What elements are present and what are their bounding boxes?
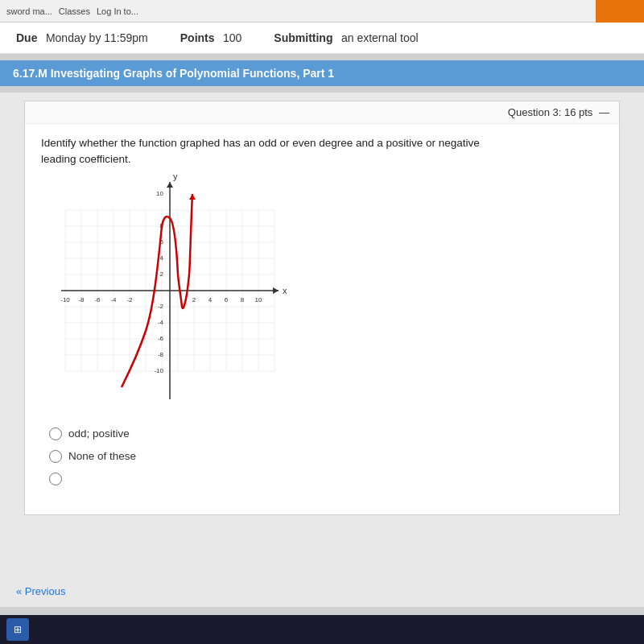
curve-arrow bbox=[189, 194, 196, 200]
y-tick-4: 4 bbox=[160, 254, 164, 262]
y-tick-2: 2 bbox=[160, 270, 164, 278]
radio-partial[interactable] bbox=[49, 473, 62, 485]
x-tick--10: -10 bbox=[60, 296, 70, 303]
y-axis-arrow bbox=[167, 182, 173, 188]
answer-options: odd; positive None of these bbox=[41, 419, 603, 503]
x-tick-8: 8 bbox=[241, 296, 245, 303]
y-tick--6: -6 bbox=[158, 335, 164, 342]
option-odd-positive[interactable]: odd; positive bbox=[49, 427, 595, 440]
radio-none-of-these[interactable] bbox=[49, 450, 62, 463]
submitting-value: an external tool bbox=[341, 31, 419, 44]
question-body: Identify whether the function graphed ha… bbox=[25, 124, 619, 514]
x-tick--6: -6 bbox=[94, 296, 101, 303]
x-tick--8: -8 bbox=[78, 296, 85, 303]
question-card: Question 3: 16 pts — Identify whether th… bbox=[24, 101, 620, 515]
due-value: Monday by 11:59pm bbox=[46, 31, 148, 44]
radio-odd-positive[interactable] bbox=[49, 427, 62, 440]
y-tick--10: -10 bbox=[154, 367, 163, 374]
x-axis-arrow bbox=[273, 287, 279, 294]
taskbar: ⊞ bbox=[0, 615, 644, 644]
graph-area: x y -10 -8 -6 -4 -2 2 4 6 8 10 10 8 bbox=[57, 178, 283, 403]
option-none-of-these-label: None of these bbox=[68, 450, 136, 462]
question-text: Identify whether the function graphed ha… bbox=[41, 135, 603, 168]
option-none-of-these[interactable]: None of these bbox=[49, 450, 595, 463]
points-label: Points bbox=[180, 31, 215, 44]
orange-accent-bar bbox=[596, 0, 644, 23]
option-partial[interactable] bbox=[49, 473, 595, 485]
y-tick--8: -8 bbox=[158, 351, 164, 358]
points-value: 100 bbox=[223, 31, 242, 44]
x-label: x bbox=[283, 286, 287, 295]
submitting-label: Submitting bbox=[274, 31, 332, 44]
section-title: 6.17.M Investigating Graphs of Polynomia… bbox=[0, 60, 644, 86]
x-tick-4: 4 bbox=[208, 296, 213, 303]
y-tick--2: -2 bbox=[158, 303, 164, 310]
y-tick-10: 10 bbox=[156, 190, 163, 197]
x-tick-6: 6 bbox=[225, 296, 229, 303]
header-info-bar: Due Monday by 11:59pm Points 100 Submitt… bbox=[0, 23, 644, 54]
x-tick--2: -2 bbox=[126, 296, 133, 303]
footer-nav: « Previous bbox=[0, 576, 644, 607]
previous-link[interactable]: « Previous bbox=[16, 585, 65, 597]
tab-classes[interactable]: Classes bbox=[59, 6, 90, 16]
option-odd-positive-label: odd; positive bbox=[68, 427, 130, 440]
taskbar-start[interactable]: ⊞ bbox=[6, 618, 29, 641]
x-tick--4: -4 bbox=[110, 296, 117, 303]
y-label: y bbox=[173, 171, 178, 181]
coordinate-graph: x y -10 -8 -6 -4 -2 2 4 6 8 10 10 8 bbox=[57, 178, 283, 403]
x-tick-10: 10 bbox=[255, 296, 262, 303]
main-content: Question 3: 16 pts — Identify whether th… bbox=[0, 93, 644, 576]
tab-word[interactable]: sword ma... bbox=[6, 6, 52, 16]
x-tick-2: 2 bbox=[192, 296, 196, 303]
due-label: Due bbox=[16, 31, 37, 44]
tab-login[interactable]: Log In to... bbox=[97, 6, 138, 16]
question-header: Question 3: 16 pts — bbox=[25, 101, 619, 124]
y-tick--4: -4 bbox=[158, 319, 164, 326]
